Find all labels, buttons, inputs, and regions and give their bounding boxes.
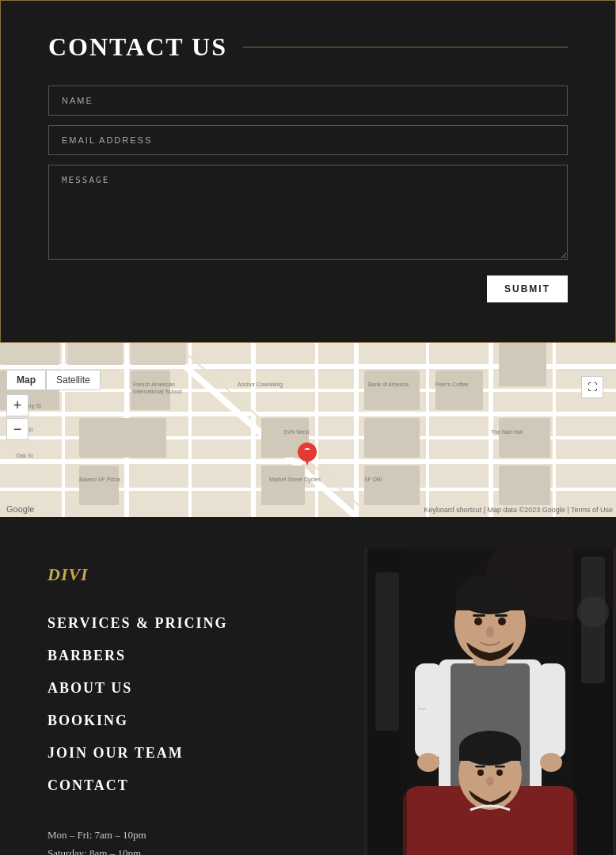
zoom-in-btn[interactable]: + — [6, 394, 29, 416]
svg-rect-69 — [495, 614, 508, 617]
svg-point-60 — [417, 753, 439, 772]
message-input[interactable] — [48, 165, 568, 260]
map-background: Hickory St Oak St Oak St French American… — [0, 343, 616, 517]
svg-text:French American: French American — [133, 382, 175, 387]
footer-right: ~~ — [364, 549, 616, 855]
svg-text:Market Street Cycles: Market Street Cycles — [269, 477, 321, 483]
footer-nav-join-our-team[interactable]: JOIN OUR TEAM — [48, 737, 317, 770]
footer-left: DIVI SERVICES & PRICINGBARBERSABOUT USBO… — [0, 549, 364, 855]
map-type-satellite-btn[interactable]: Satellite — [46, 370, 101, 390]
contact-header: CONTACT US — [48, 32, 568, 62]
footer-nav: SERVICES & PRICINGBARBERSABOUT USBOOKING… — [48, 607, 317, 802]
svg-rect-84 — [375, 572, 399, 731]
submit-button[interactable]: SUBMIT — [487, 276, 568, 302]
svg-rect-32 — [364, 466, 420, 505]
svg-rect-18 — [0, 343, 59, 365]
svg-point-67 — [498, 618, 506, 625]
svg-rect-25 — [435, 370, 483, 410]
svg-rect-28 — [364, 418, 420, 458]
svg-rect-33 — [499, 466, 550, 505]
svg-rect-29 — [79, 418, 166, 458]
svg-text:Bank of America: Bank of America — [368, 382, 409, 387]
svg-rect-19 — [67, 343, 123, 365]
contact-section: CONTACT US SUBMIT — [0, 0, 616, 343]
svg-rect-68 — [473, 614, 485, 617]
footer-brand: DIVI — [48, 564, 317, 585]
svg-rect-59 — [538, 663, 565, 758]
svg-point-78 — [496, 770, 503, 776]
svg-rect-31 — [261, 466, 305, 505]
contact-divider — [243, 47, 568, 48]
footer-nav-about-us[interactable]: ABOUT US — [48, 672, 317, 705]
svg-text:SF DBI: SF DBI — [364, 477, 382, 482]
svg-point-81 — [486, 777, 494, 786]
footer-nav-contact[interactable]: CONTACT — [48, 770, 317, 802]
name-input[interactable] — [48, 86, 568, 116]
map-type-map-btn[interactable]: Map — [6, 370, 46, 390]
footer-nav-barbers[interactable]: BARBERS — [48, 640, 317, 672]
svg-point-77 — [477, 770, 484, 776]
svg-rect-65 — [456, 595, 524, 610]
contact-title: CONTACT US — [48, 32, 227, 62]
footer-hours-line: Mon – Fri: 7am – 10pm — [48, 826, 317, 844]
zoom-out-btn[interactable]: − — [6, 418, 29, 440]
svg-point-70 — [486, 626, 494, 637]
footer-hours: Mon – Fri: 7am – 10pmSaturday: 8am – 10p… — [48, 826, 317, 855]
footer-section: DIVI SERVICES & PRICINGBARBERSABOUT USBO… — [0, 517, 616, 855]
svg-rect-76 — [459, 748, 521, 761]
svg-point-61 — [540, 753, 562, 772]
map-attribution: Keyboard shortcut | Map data ©2023 Googl… — [424, 506, 613, 514]
svg-text:International School: International School — [133, 389, 182, 394]
svg-rect-24 — [364, 370, 420, 410]
svg-text:Anchor Coworking: Anchor Coworking — [238, 382, 283, 388]
footer-nav-services-pricing[interactable]: SERVICES & PRICING — [48, 607, 317, 640]
svg-text:Peet's Coffee: Peet's Coffee — [435, 382, 469, 387]
svg-rect-80 — [495, 766, 505, 768]
map-svg: Hickory St Oak St Oak St French American… — [0, 343, 616, 517]
svg-text:Baiano SF Pizza: Baiano SF Pizza — [79, 477, 120, 482]
barber-image-svg: ~~ — [364, 549, 616, 855]
svg-text:The Nail Hall: The Nail Hall — [491, 429, 523, 435]
contact-form: SUBMIT — [48, 86, 568, 302]
map-expand-btn[interactable]: ⛶ — [581, 376, 603, 398]
svg-rect-26 — [499, 343, 546, 386]
svg-text:~~: ~~ — [418, 705, 426, 712]
svg-point-66 — [474, 618, 482, 625]
barber-photo: ~~ — [364, 549, 616, 855]
svg-rect-30 — [79, 466, 119, 505]
map-watermark: Google — [6, 504, 34, 514]
svg-point-86 — [577, 596, 609, 628]
svg-text:SVN West: SVN West — [283, 429, 309, 435]
footer-hours-line: Saturday: 8am – 10pm — [48, 844, 317, 855]
svg-rect-20 — [131, 343, 186, 365]
footer-nav-booking[interactable]: BOOKING — [48, 705, 317, 737]
map-section[interactable]: Hickory St Oak St Oak St French American… — [0, 343, 616, 517]
svg-text:Oak St: Oak St — [16, 453, 32, 458]
svg-rect-79 — [475, 766, 485, 768]
svg-rect-27 — [499, 418, 550, 458]
email-input[interactable] — [48, 125, 568, 155]
submit-row: SUBMIT — [48, 276, 568, 302]
